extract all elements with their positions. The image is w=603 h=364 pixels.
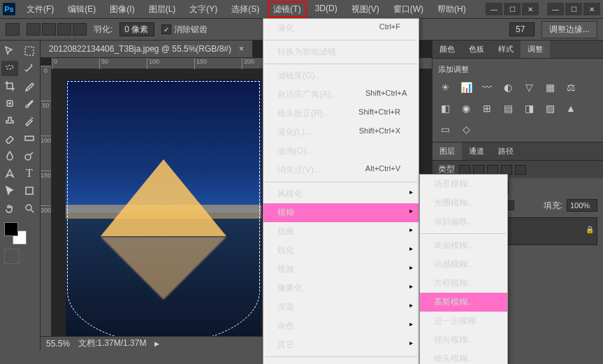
pen-tool[interactable] <box>1 166 18 181</box>
selective-color-icon[interactable]: ◇ <box>459 122 473 136</box>
posterize-icon[interactable]: ▨ <box>543 101 557 115</box>
tool-preset-icon[interactable] <box>6 23 20 36</box>
menu-edit[interactable]: 编辑(E) <box>62 1 101 17</box>
submenu-surface-blur[interactable]: 表面模糊... <box>420 236 507 255</box>
tab-swatches[interactable]: 色板 <box>462 41 491 58</box>
menu-item-lens-correction[interactable]: 镜头校正(R)...Shift+Ctrl+R <box>263 104 419 123</box>
app-close-button[interactable]: ✕ <box>583 3 600 15</box>
menu-item-video[interactable]: 视频 <box>263 260 419 279</box>
menu-filter[interactable]: 滤镜(T) <box>268 1 306 17</box>
menu-item-adaptive-wide[interactable]: 自适应广角(A)...Shift+Ctrl+A <box>263 85 419 104</box>
zoom-tool[interactable] <box>21 201 38 216</box>
magic-wand-tool[interactable] <box>21 61 38 76</box>
menu-layer[interactable]: 图层(L) <box>143 1 182 17</box>
channel-mixer-icon[interactable]: ⊞ <box>480 101 494 115</box>
menu-item-noise[interactable]: 杂色 <box>263 316 419 335</box>
app-maximize-button[interactable]: ☐ <box>565 3 582 15</box>
quick-mask-toggle[interactable] <box>4 249 20 264</box>
tab-color[interactable]: 颜色 <box>433 41 462 58</box>
blur-tool[interactable] <box>1 148 18 163</box>
zoom-level[interactable]: 55.5% <box>46 339 70 349</box>
type-tool[interactable]: T <box>21 166 38 181</box>
menu-3d[interactable]: 3D(D) <box>310 1 343 17</box>
menu-image[interactable]: 图像(I) <box>104 1 140 17</box>
doc-close-button[interactable]: ✕ <box>522 3 539 15</box>
move-tool[interactable] <box>1 43 18 59</box>
hue-icon[interactable]: ▦ <box>543 80 557 94</box>
brightness-icon[interactable]: ☀ <box>438 80 452 94</box>
fill-input[interactable]: 100% <box>567 199 597 212</box>
feather-input[interactable] <box>119 22 154 36</box>
antialias-checkbox[interactable] <box>161 24 171 34</box>
gradient-tool[interactable] <box>21 131 38 146</box>
invert-icon[interactable]: ◨ <box>522 101 536 115</box>
menu-window[interactable]: 窗口(W) <box>388 1 429 17</box>
levels-icon[interactable]: 📊 <box>459 80 473 94</box>
brush-tool[interactable] <box>21 96 38 111</box>
menu-item-filter-gallery[interactable]: 滤镜库(G)... <box>263 66 419 85</box>
document-canvas[interactable] <box>66 80 261 345</box>
doc-maximize-button[interactable]: ☐ <box>504 3 521 15</box>
submenu-radial-blur[interactable]: 径向模糊... <box>420 330 507 349</box>
filter-pixel-icon[interactable] <box>459 165 470 175</box>
menu-select[interactable]: 选择(S) <box>226 1 265 17</box>
lasso-tool[interactable] <box>1 61 18 76</box>
lookup-icon[interactable]: ▤ <box>501 101 515 115</box>
submenu-field-blur[interactable]: 场景模糊... <box>420 175 507 194</box>
menu-item-oil-paint[interactable]: 油画(O)... <box>263 142 419 161</box>
gradient-map-icon[interactable]: ▭ <box>438 122 452 136</box>
refine-edge-button[interactable]: 调整边缘... <box>542 21 597 38</box>
submenu-further-blur[interactable]: 进一步模糊 <box>420 312 507 330</box>
options-number-field[interactable]: 57 <box>509 22 535 36</box>
submenu-lens-blur[interactable]: 镜头模糊... <box>420 349 507 364</box>
eyedropper-tool[interactable] <box>21 78 38 94</box>
doc-size-info[interactable]: 文档:1.37M/1.37M <box>78 337 146 349</box>
selection-subtract-icon[interactable] <box>57 23 71 36</box>
foreground-color-swatch[interactable] <box>4 222 18 236</box>
menu-item-liquify-last[interactable]: 液化Ctrl+F <box>263 19 419 38</box>
menu-item-vanishing-point[interactable]: 消失点(V)...Alt+Ctrl+V <box>263 161 419 180</box>
colorbalance-icon[interactable]: ⚖ <box>564 80 578 94</box>
color-swatches[interactable] <box>4 222 27 245</box>
menu-item-pixelate[interactable]: 像素化 <box>263 279 419 298</box>
menu-item-stylize[interactable]: 风格化 <box>263 184 419 203</box>
menu-item-render[interactable]: 渲染 <box>263 298 419 316</box>
menu-item-digimarc[interactable]: Digimarc <box>263 359 419 364</box>
menu-item-blur[interactable]: 模糊 <box>263 203 419 222</box>
menu-item-other[interactable]: 其它 <box>263 335 419 354</box>
menu-type[interactable]: 文字(Y) <box>184 1 223 17</box>
filter-type-icon[interactable] <box>487 165 498 175</box>
curves-icon[interactable]: 〰 <box>480 80 494 94</box>
submenu-motion-blur[interactable]: 动感模糊... <box>420 255 507 274</box>
exposure-icon[interactable]: ◐ <box>501 80 515 94</box>
menu-item-liquify[interactable]: 液化(L)...Shift+Ctrl+X <box>263 123 419 142</box>
healing-tool[interactable] <box>1 96 18 111</box>
menu-item-sharpen[interactable]: 锐化 <box>263 241 419 260</box>
threshold-icon[interactable]: ▲ <box>564 101 578 115</box>
vibrance-icon[interactable]: ▽ <box>522 80 536 94</box>
filter-adjust-icon[interactable] <box>473 165 484 175</box>
eraser-tool[interactable] <box>1 131 18 146</box>
shape-tool[interactable] <box>21 183 38 198</box>
doc-minimize-button[interactable]: — <box>486 3 502 15</box>
history-brush-tool[interactable] <box>21 113 38 129</box>
selection-new-icon[interactable] <box>27 23 41 36</box>
marquee-tool[interactable] <box>21 43 38 59</box>
document-tab[interactable]: 20120822134406_T3Bja.jpeg @ 55.5%(RGB/8#… <box>41 41 252 58</box>
selection-intersect-icon[interactable] <box>73 23 87 36</box>
menu-file[interactable]: 文件(F) <box>21 1 59 17</box>
tab-close-icon[interactable]: × <box>239 44 244 54</box>
submenu-gaussian-blur[interactable]: 高斯模糊... <box>420 293 507 312</box>
tab-styles[interactable]: 样式 <box>491 41 521 58</box>
app-minimize-button[interactable]: — <box>547 3 564 15</box>
menu-view[interactable]: 视图(V) <box>346 1 385 17</box>
submenu-box-blur[interactable]: 方框模糊... <box>420 274 507 293</box>
submenu-tilt-shift[interactable]: 倾斜偏移... <box>420 212 507 231</box>
tab-layers[interactable]: 图层 <box>433 143 462 160</box>
menu-item-convert-smart[interactable]: 转换为智能滤镜 <box>263 43 419 61</box>
tab-paths[interactable]: 路径 <box>491 143 521 160</box>
submenu-iris-blur[interactable]: 光圈模糊... <box>420 194 507 212</box>
selection-add-icon[interactable] <box>42 23 56 36</box>
tab-channels[interactable]: 通道 <box>462 143 491 160</box>
crop-tool[interactable] <box>1 78 18 94</box>
